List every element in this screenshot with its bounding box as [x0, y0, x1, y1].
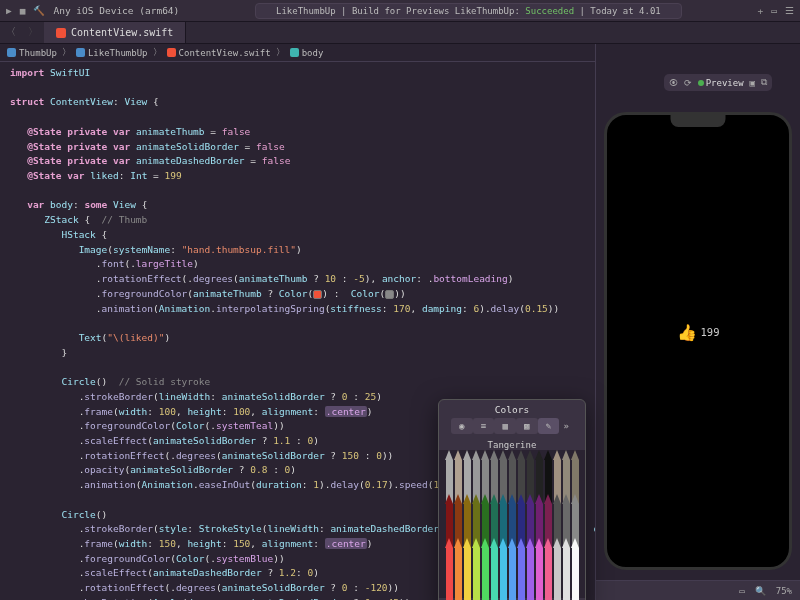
device-notch: [671, 115, 726, 127]
pencil-swatch[interactable]: [526, 538, 535, 600]
color-palettes-tab[interactable]: ▦: [494, 418, 516, 434]
nav-back[interactable]: 〈: [0, 26, 22, 39]
pencil-swatch[interactable]: [454, 538, 463, 600]
scheme-hammer-icon[interactable]: 🔨: [33, 5, 45, 16]
pencil-swatch[interactable]: [553, 538, 562, 600]
colors-title: Colors: [445, 404, 579, 415]
pencil-swatch[interactable]: [481, 538, 490, 600]
preview-label: Preview: [698, 78, 744, 88]
preview-toolbar: ⦿ ⟳ Preview ▣ ⧉: [664, 74, 772, 91]
selected-color-name: Tangerine: [445, 438, 579, 450]
thumbs-up-icon: 👍: [677, 323, 697, 342]
activity-status: LikeThumbUp | Build for Previews LikeThu…: [255, 3, 682, 19]
nav-forward[interactable]: 〉: [22, 26, 44, 39]
zoom-fit-icon[interactable]: 🔍: [755, 586, 766, 596]
destination-label[interactable]: Any iOS Device (arm64): [53, 5, 179, 16]
preview-settings-icon[interactable]: ▣: [750, 78, 755, 88]
pencil-swatch[interactable]: [490, 538, 499, 600]
liked-count: 199: [701, 326, 720, 338]
stop-button[interactable]: ■: [20, 5, 26, 16]
pin-icon[interactable]: ⦿: [669, 78, 678, 88]
color-sliders-tab[interactable]: ≡: [473, 418, 495, 434]
canvas-preview-panel: ⦿ ⟳ Preview ▣ ⧉ 👍 199 ▭ 🔍 75%: [595, 44, 800, 600]
color-more-tab[interactable]: »: [559, 418, 573, 434]
editor-tabbar: 〈 〉 ContentView.swift: [0, 22, 800, 44]
refresh-icon[interactable]: ⟳: [684, 78, 692, 88]
zoom-level[interactable]: 75%: [776, 586, 792, 596]
run-button[interactable]: ▶: [6, 5, 12, 16]
pencil-swatch[interactable]: [445, 538, 454, 600]
device-preview[interactable]: 👍 199: [604, 112, 792, 570]
pencil-swatch[interactable]: [472, 538, 481, 600]
pencil-swatch[interactable]: [562, 538, 571, 600]
property-icon: [290, 48, 299, 57]
add-editor-button[interactable]: +: [758, 5, 764, 16]
tab-label: ContentView.swift: [71, 27, 173, 38]
color-swatch-orange[interactable]: [313, 290, 322, 299]
canvas-footer: ▭ 🔍 75%: [596, 580, 800, 600]
inspector-toggle[interactable]: ☰: [785, 5, 794, 16]
color-swatch-gray[interactable]: [385, 290, 394, 299]
swift-file-icon: [167, 48, 176, 57]
pencil-swatch[interactable]: [508, 538, 517, 600]
color-pencils-tab[interactable]: ✎: [538, 418, 560, 434]
pencil-swatch[interactable]: [544, 538, 553, 600]
pencil-grid: [439, 450, 585, 598]
preview-duplicate-icon[interactable]: ⧉: [761, 77, 767, 88]
pencil-swatch[interactable]: [535, 538, 544, 600]
tab-contentview[interactable]: ContentView.swift: [44, 22, 186, 43]
project-icon: [7, 48, 16, 57]
colors-panel[interactable]: Colors ◉ ≡ ▦ ▩ ✎ » Tangerine Opacity: [438, 399, 586, 600]
zoom-controls-icon[interactable]: ▭: [739, 586, 744, 596]
pencil-swatch[interactable]: [463, 538, 472, 600]
xcode-toolbar: ▶ ■ 🔨 Any iOS Device (arm64) LikeThumbUp…: [0, 0, 800, 22]
pencil-swatch[interactable]: [571, 538, 580, 600]
pencil-swatch[interactable]: [517, 538, 526, 600]
pencil-swatch[interactable]: [499, 538, 508, 600]
library-button[interactable]: ▭: [771, 5, 777, 16]
preview-content: 👍 199: [677, 323, 720, 342]
color-wheel-tab[interactable]: ◉: [451, 418, 473, 434]
folder-icon: [76, 48, 85, 57]
color-image-tab[interactable]: ▩: [516, 418, 538, 434]
swift-file-icon: [56, 28, 66, 38]
